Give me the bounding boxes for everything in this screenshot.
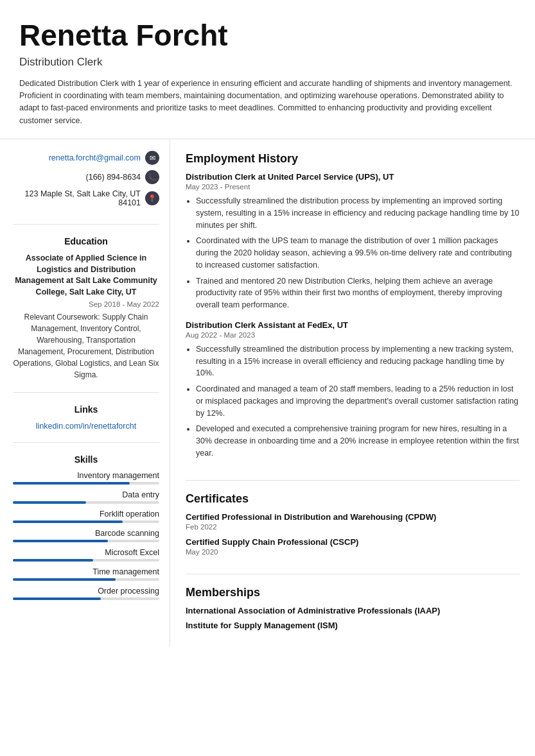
- membership-item: International Association of Administrat…: [186, 606, 520, 615]
- skill-name: Microsoft Excel: [13, 548, 159, 557]
- candidate-summary: Dedicated Distribution Clerk with 1 year…: [19, 78, 516, 128]
- job-date: May 2023 - Present: [186, 183, 520, 191]
- contact-section: renetta.forcht@gmail.com ✉ (166) 894-863…: [13, 151, 159, 225]
- education-coursework: Relevant Coursework: Supply Chain Manage…: [13, 311, 159, 381]
- skill-item: Barcode scanning: [13, 529, 159, 542]
- membership-item: Institute for Supply Management (ISM): [186, 621, 520, 630]
- jobs-list: Distribution Clerk at United Parcel Serv…: [186, 172, 520, 460]
- links-section-title: Links: [13, 404, 159, 415]
- phone-item: (166) 894-8634 📞: [13, 170, 159, 184]
- skill-item: Data entry: [13, 490, 159, 504]
- skill-item: Order processing: [13, 587, 159, 600]
- skill-name: Time management: [13, 567, 159, 576]
- main-layout: renetta.forcht@gmail.com ✉ (166) 894-863…: [0, 139, 535, 647]
- certificates-heading: Certificates: [186, 492, 520, 506]
- job-title: Distribution Clerk Assistant at FedEx, U…: [186, 320, 520, 330]
- skill-bar-fill: [13, 597, 101, 600]
- job-bullet: Successfully streamlined the distributio…: [196, 343, 520, 379]
- header: Renetta Forcht Distribution Clerk Dedica…: [0, 0, 535, 139]
- job-bullet: Successfully streamlined the distributio…: [196, 195, 520, 231]
- address-value: 123 Maple St, Salt Lake City, UT 84101: [13, 189, 141, 207]
- job-bullet: Developed and executed a comprehensive t…: [196, 423, 520, 459]
- email-icon: ✉: [145, 151, 159, 165]
- cert-name: Certified Professional in Distribution a…: [186, 512, 520, 522]
- job-bullets: Successfully streamlined the distributio…: [186, 195, 520, 311]
- job-bullet: Coordinated and managed a team of 20 sta…: [196, 383, 520, 419]
- skills-list: Inventory management Data entry Forklift…: [13, 471, 159, 600]
- links-section: Links linkedin.com/in/renettaforcht: [13, 404, 159, 443]
- job-bullets: Successfully streamlined the distributio…: [186, 343, 520, 460]
- left-column: renetta.forcht@gmail.com ✉ (166) 894-863…: [0, 139, 170, 647]
- skill-bar-bg: [13, 520, 159, 523]
- phone-value: (166) 894-8634: [86, 173, 141, 182]
- cert-entry: Certified Supply Chain Professional (CSC…: [186, 537, 520, 556]
- candidate-name: Renetta Forcht: [19, 19, 516, 52]
- job-date: Aug 2022 - Mar 2023: [186, 331, 520, 339]
- linkedin-link[interactable]: linkedin.com/in/renettaforcht: [36, 422, 136, 431]
- skill-bar-bg: [13, 597, 159, 600]
- skill-bar-bg: [13, 559, 159, 562]
- skill-bar-fill: [13, 520, 123, 523]
- certificates-section: Certificates Certified Professional in D…: [186, 492, 520, 574]
- job-bullet: Trained and mentored 20 new Distribution…: [196, 275, 520, 311]
- phone-icon: 📞: [145, 170, 159, 184]
- skill-item: Microsoft Excel: [13, 548, 159, 562]
- email-item: renetta.forcht@gmail.com ✉: [13, 151, 159, 165]
- job-title: Distribution Clerk at United Parcel Serv…: [186, 172, 520, 182]
- education-section: Education Associate of Applied Science i…: [13, 236, 159, 393]
- skills-section: Skills Inventory management Data entry F…: [13, 454, 159, 600]
- employment-section: Employment History Distribution Clerk at…: [186, 152, 520, 481]
- cert-date: Feb 2022: [186, 523, 520, 531]
- candidate-title: Distribution Clerk: [19, 56, 516, 69]
- right-column: Employment History Distribution Clerk at…: [170, 139, 535, 647]
- cert-name: Certified Supply Chain Professional (CSC…: [186, 537, 520, 547]
- job-entry: Distribution Clerk Assistant at FedEx, U…: [186, 320, 520, 460]
- skill-name: Barcode scanning: [13, 529, 159, 538]
- email-link[interactable]: renetta.forcht@gmail.com: [49, 153, 141, 162]
- certs-list: Certified Professional in Distribution a…: [186, 512, 520, 556]
- skill-item: Inventory management: [13, 471, 159, 485]
- skill-bar-fill: [13, 540, 108, 542]
- skill-bar-fill: [13, 578, 116, 581]
- memberships-heading: Memberships: [186, 586, 520, 599]
- skill-item: Time management: [13, 567, 159, 581]
- location-icon: 📍: [145, 191, 159, 205]
- job-entry: Distribution Clerk at United Parcel Serv…: [186, 172, 520, 311]
- skill-bar-fill: [13, 482, 130, 485]
- skill-name: Forklift operation: [13, 510, 159, 519]
- skill-bar-fill: [13, 559, 93, 562]
- skill-bar-bg: [13, 578, 159, 581]
- memberships-section: Memberships International Association of…: [186, 586, 520, 630]
- skill-bar-bg: [13, 482, 159, 485]
- job-bullet: Coordinated with the UPS team to manage …: [196, 235, 520, 271]
- skill-name: Data entry: [13, 490, 159, 499]
- skill-name: Inventory management: [13, 471, 159, 480]
- skill-name: Order processing: [13, 587, 159, 596]
- skill-bar-fill: [13, 501, 86, 504]
- education-section-title: Education: [13, 236, 159, 246]
- memberships-list: International Association of Administrat…: [186, 606, 520, 630]
- skill-bar-bg: [13, 501, 159, 504]
- cert-entry: Certified Professional in Distribution a…: [186, 512, 520, 531]
- employment-heading: Employment History: [186, 152, 520, 166]
- cert-date: May 2020: [186, 548, 520, 556]
- skill-item: Forklift operation: [13, 510, 159, 523]
- skill-bar-bg: [13, 540, 159, 542]
- address-item: 123 Maple St, Salt Lake City, UT 84101 📍: [13, 189, 159, 207]
- skills-section-title: Skills: [13, 454, 159, 465]
- education-degree: Associate of Applied Science in Logistic…: [13, 253, 159, 298]
- education-date: Sep 2018 - May 2022: [13, 300, 159, 308]
